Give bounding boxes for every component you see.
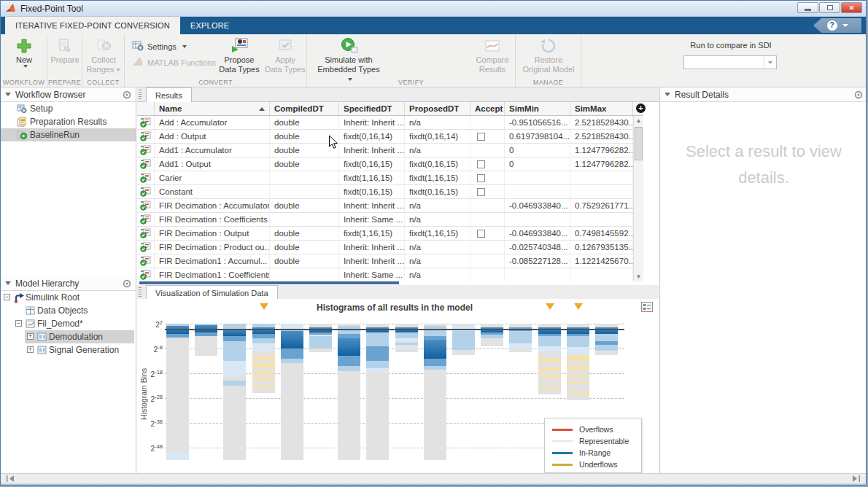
accept-checkbox[interactable] xyxy=(477,133,485,141)
tree-item-fil-demod-[interactable]: −Fil_Demod* xyxy=(1,317,136,330)
histogram-segment-light xyxy=(481,335,503,338)
cell-accept xyxy=(470,116,505,129)
table-row[interactable]: Carierfixdt(1,16,15)fixdt(1,16,15) xyxy=(137,171,633,185)
table-row[interactable]: FIR Decimation : AccumulatordoubleInheri… xyxy=(137,199,633,213)
minimize-button[interactable] xyxy=(797,2,818,13)
column-header-simmin[interactable]: SimMin xyxy=(505,102,570,115)
results-table-body: Add : AccumulatordoubleInherit: Inherit … xyxy=(137,116,633,281)
cell-name: Constant xyxy=(155,185,270,198)
accept-checkbox[interactable] xyxy=(477,230,485,238)
restore-button[interactable] xyxy=(819,2,840,13)
horizontal-scrollbar-thumb[interactable] xyxy=(139,281,399,284)
table-row[interactable]: FIR Decimation : Outputdoublefixdt(1,16,… xyxy=(137,227,633,241)
tree-item-data-objects[interactable]: Data Objects xyxy=(1,304,136,317)
table-row[interactable]: FIR Decimation : Product ou...doubleInhe… xyxy=(137,241,633,254)
collapse-triangle-icon[interactable] xyxy=(5,281,11,285)
accept-checkbox[interactable] xyxy=(477,174,485,182)
tree-item-label: Simulink Root xyxy=(26,292,80,303)
matlab-functions-button[interactable]: MATLAB Functions xyxy=(132,56,216,69)
cell-specifieddt: Inherit: Inherit ... xyxy=(339,254,405,268)
cell-simmax: 1.1247796282... xyxy=(570,144,633,157)
close-button[interactable]: ✕ xyxy=(841,2,862,13)
tree-item-signal-generation[interactable]: +Signal Generation xyxy=(1,343,136,357)
cell-accept xyxy=(470,199,505,212)
tree-item-simulink-root[interactable]: −Simulink Root xyxy=(1,291,136,304)
tab-iterative-fixed-point-conversion[interactable]: ITERATIVE FIXED-POINT CONVERSION xyxy=(5,17,180,34)
collapse-right-icon[interactable] xyxy=(852,475,860,482)
table-row[interactable]: Constantfixdt(0,16,15)fixdt(0,16,15) xyxy=(137,185,633,199)
cell-compileddt xyxy=(270,268,339,281)
column-header-proposeddt[interactable]: ProposedDT xyxy=(405,102,470,115)
histogram-segment-mid xyxy=(195,332,217,336)
cell-name: Carier xyxy=(155,171,270,184)
collapse-minus-icon[interactable]: − xyxy=(4,294,10,300)
cell-simmax: 0.1267935135... xyxy=(570,241,633,254)
tabbar-drag-handle[interactable] xyxy=(139,287,142,297)
collapse-triangle-icon[interactable] xyxy=(5,93,11,96)
table-row[interactable]: FIR Decimation1 : Accumul...doubleInheri… xyxy=(137,254,633,268)
tab-visualization[interactable]: Visualization of Simulation Data xyxy=(146,285,278,300)
legend-label: Underflows xyxy=(579,460,618,469)
results-tabbar: Results xyxy=(137,87,659,102)
panel-actions-button[interactable] xyxy=(123,279,131,288)
column-header-specifieddt[interactable]: SpecifiedDT xyxy=(339,102,405,115)
vertical-scrollbar[interactable]: ▲ ▼ xyxy=(633,116,643,281)
column-header-name[interactable]: Name xyxy=(155,102,270,115)
cell-compileddt xyxy=(270,171,339,184)
scroll-down-icon[interactable]: ▼ xyxy=(634,272,643,281)
cell-compileddt xyxy=(270,185,339,198)
table-row[interactable]: Add1 : Outputdoublefixdt(0,16,15)fixdt(0… xyxy=(137,157,633,171)
tree-item-demodulation[interactable]: +Demodulation xyxy=(1,330,136,343)
collect-ranges-button[interactable]: Collect Ranges xyxy=(85,36,123,74)
histogram-segment-dark xyxy=(338,338,360,356)
workflow-item-preparation-results[interactable]: Preparation Results xyxy=(1,115,136,128)
workflow-item-setup[interactable]: Setup xyxy=(1,102,136,115)
restore-original-model-button[interactable]: Restore Original Model xyxy=(519,36,578,74)
histogram-segment-mid xyxy=(424,359,446,366)
sdi-run-combobox[interactable] xyxy=(683,55,777,69)
propose-data-types-button[interactable]: Propose Data Types xyxy=(217,36,262,74)
table-row[interactable]: FIR Decimation : CoefficientsInherit: Sa… xyxy=(137,213,633,227)
combobox-arrow-icon[interactable] xyxy=(764,56,776,69)
tab-explore[interactable]: EXPLORE xyxy=(180,17,239,34)
cell-simmin: -0.046933840... xyxy=(505,199,570,212)
column-header-accept[interactable]: Accept xyxy=(470,102,505,115)
table-row[interactable]: Add1 : AccumulatordoubleInherit: Inherit… xyxy=(137,144,633,157)
expand-plus-icon[interactable]: + xyxy=(27,333,34,340)
legend-label: Representable xyxy=(579,437,629,445)
panel-actions-button[interactable] xyxy=(123,90,131,99)
cell-simmax xyxy=(570,171,633,184)
accept-checkbox[interactable] xyxy=(477,160,485,168)
table-row[interactable]: Add : Outputdoublefixdt(0,16,14)fixdt(0,… xyxy=(137,130,633,144)
window-frame-bottom xyxy=(1,483,866,486)
workflow-item-baselinerun[interactable]: BaselineRun xyxy=(1,128,136,141)
cell-simmin: -0.951056516... xyxy=(505,116,570,129)
chart-properties-icon[interactable] xyxy=(641,302,653,315)
histogram-segment-light xyxy=(567,336,589,347)
section-prepare: Prepare PREPARE xyxy=(47,34,82,87)
scrollbar-thumb[interactable] xyxy=(635,127,643,160)
tab-results[interactable]: Results xyxy=(146,87,192,102)
apply-data-types-button[interactable]: Apply Data Types xyxy=(265,36,306,74)
ribbon-tabbar: ITERATIVE FIXED-POINT CONVERSION EXPLORE… xyxy=(1,17,866,34)
workflow-item-label: Setup xyxy=(30,104,53,114)
help-button[interactable]: ? xyxy=(813,18,861,33)
prepare-button[interactable]: Prepare xyxy=(49,36,81,65)
collapse-minus-icon[interactable]: − xyxy=(15,320,22,327)
settings-button[interactable]: Settings xyxy=(132,40,187,52)
collapse-left-icon[interactable] xyxy=(7,475,15,482)
table-row[interactable]: FIR Decimation1 : CoefficientsInherit: S… xyxy=(137,268,633,281)
simulate-with-embedded-types-button[interactable]: Simulate with Embedded Types xyxy=(316,36,381,84)
add-column-button[interactable]: + xyxy=(636,104,646,113)
column-header-compileddt[interactable]: CompiledDT xyxy=(270,102,339,115)
compare-results-button[interactable]: Compare Results xyxy=(473,36,511,74)
tabbar-drag-handle[interactable] xyxy=(139,90,142,100)
scroll-up-icon[interactable]: ▲ xyxy=(634,116,643,125)
expand-plus-icon[interactable]: + xyxy=(27,346,34,353)
table-row[interactable]: Add : AccumulatordoubleInherit: Inherit … xyxy=(137,116,633,130)
panel-actions-button[interactable] xyxy=(854,90,863,99)
new-button[interactable]: New xyxy=(5,36,43,68)
column-header-simmax[interactable]: SimMax xyxy=(570,102,633,115)
collapse-triangle-icon[interactable] xyxy=(664,93,670,96)
accept-checkbox[interactable] xyxy=(477,188,485,196)
